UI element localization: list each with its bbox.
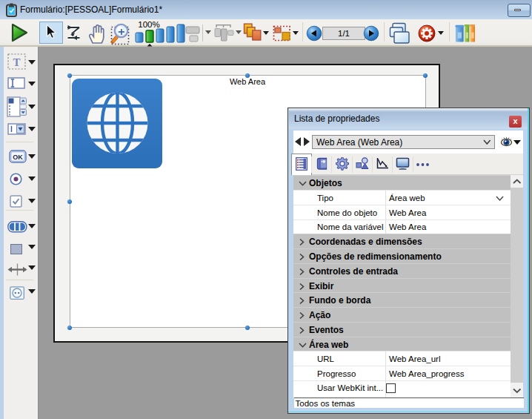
svg-text:T: T <box>13 56 20 68</box>
svg-text:OK: OK <box>13 154 23 161</box>
